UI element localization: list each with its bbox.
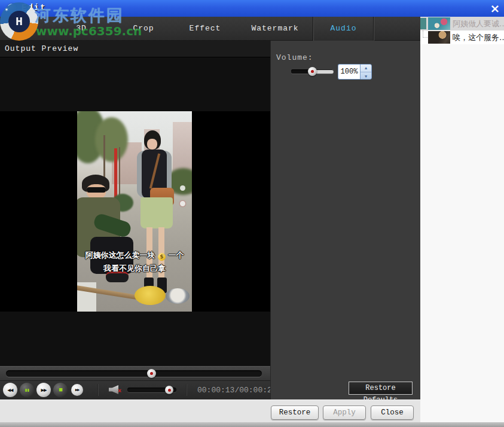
restore-defaults-button[interactable]: Restore Defaults (349, 382, 413, 395)
stop-icon[interactable]: ■ (53, 383, 68, 397)
video-thumbnail (428, 31, 450, 44)
list-item[interactable]: 唉，这个服务… (420, 30, 504, 44)
subtitle-text: 阿姨你这怎么卖一块 (85, 251, 155, 260)
site-logo: H ✶ (0, 2, 38, 41)
output-preview-header: Output Preview (0, 41, 270, 57)
video-thumbnail (428, 17, 450, 30)
restore-all-button[interactable]: Restore All (271, 405, 319, 420)
tab-watermark[interactable]: Watermark (251, 17, 298, 41)
overlay-icon (180, 201, 185, 206)
money-coin-icon: $ (158, 253, 166, 261)
sunglasses (87, 187, 106, 193)
volume-slider-thumb[interactable] (308, 67, 317, 76)
tree-trunk (119, 147, 120, 195)
subtitle-line-1: 阿姨你这怎么卖一块 $ 一个 (77, 250, 192, 261)
close-button[interactable]: Close (371, 405, 414, 420)
red-lamp-pole (114, 148, 117, 202)
step-forward-icon[interactable]: ▶▶ (71, 384, 83, 396)
divider (97, 384, 99, 396)
tab-audio-label: Audio (313, 17, 374, 41)
spin-down-icon[interactable]: ▼ (361, 72, 371, 80)
watermark-site-url: www.pc6359.cn (36, 24, 142, 38)
preview-area: 阿姨你这怎么卖一块 $ 一个 我看不见你自己拿 (0, 57, 270, 366)
list-item-title: 阿姨做人要诚… (453, 19, 504, 29)
volume-spinner: 100% ▲ ▼ (338, 64, 372, 80)
divider (186, 384, 187, 396)
pause-icon[interactable]: ▮▮ (20, 383, 34, 397)
audio-settings-panel (270, 41, 420, 399)
subtitle-line-2: 我看不见你自己拿 (77, 263, 192, 274)
tab-audio[interactable]: Audio (313, 17, 374, 41)
fast-forward-icon[interactable]: ▶▶ (36, 383, 51, 397)
metal-basin (166, 288, 190, 304)
yellow-chicks (135, 286, 166, 305)
site-logo-letter: H (8, 11, 30, 32)
video-frame: 阿姨你这怎么卖一块 $ 一个 我看不见你自己拿 (77, 111, 192, 312)
subtitle-text: 一个 (169, 251, 184, 260)
window-bottom-edge (0, 422, 504, 427)
watermark-site-name: 河东软件园 (35, 5, 124, 26)
playback-time: 00:00:13/00:00:23 (197, 386, 264, 395)
tree-connector (423, 30, 427, 38)
volume-value-field[interactable]: 100% (338, 64, 360, 80)
rewind-icon[interactable]: ◀◀ (3, 383, 17, 397)
close-icon[interactable]: × (488, 1, 502, 16)
seek-bar[interactable] (0, 366, 270, 380)
background-file-list: 阿姨做人要诚… 唉，这个服务… (420, 17, 504, 422)
list-item-title: 唉，这个服务… (453, 32, 504, 43)
spin-up-icon[interactable]: ▲ (361, 65, 371, 72)
tab-effect[interactable]: Effect (190, 17, 221, 41)
volume-label: Volume: (276, 53, 313, 62)
seek-track[interactable] (6, 370, 262, 377)
apply-button[interactable]: Apply (323, 405, 366, 420)
standing-woman-face (147, 139, 157, 150)
edit-dialog-window: 阿姨做人要诚… 唉，这个服务… Edit × 3D Crop Effect Wa… (0, 0, 504, 427)
mute-x-mark: × (118, 389, 121, 395)
overlay-icon (180, 185, 185, 191)
list-item[interactable]: 阿姨做人要诚… (420, 17, 504, 30)
player-volume-thumb[interactable] (165, 386, 173, 394)
partial-thumbnail (420, 18, 426, 29)
green-skirt (140, 197, 173, 228)
star-icon: ✶ (5, 6, 8, 13)
seek-thumb[interactable] (147, 369, 156, 378)
tree (95, 117, 128, 162)
